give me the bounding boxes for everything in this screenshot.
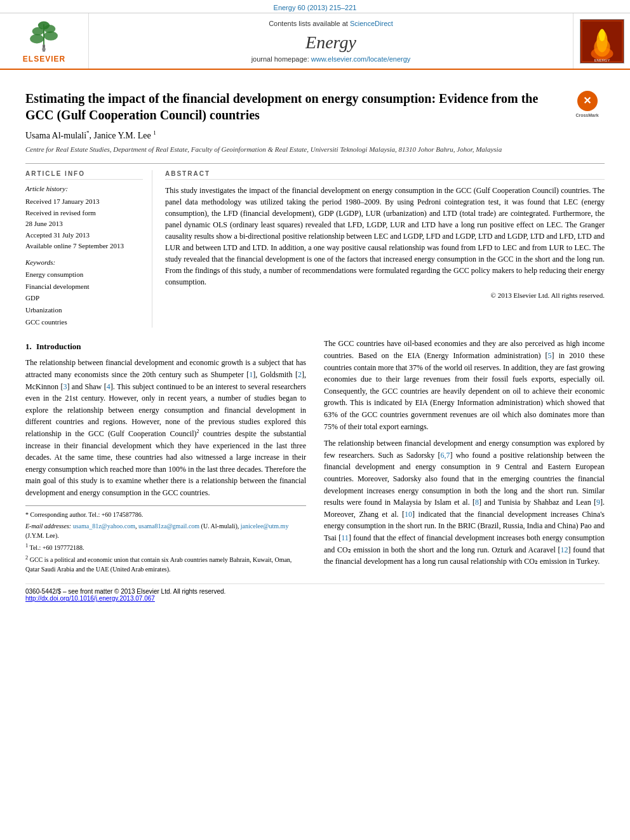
- article-info-label: ARTICLE INFO: [25, 170, 143, 180]
- footnote-4: 2 GCC is a political and economic union …: [25, 554, 306, 574]
- svg-point-7: [43, 48, 46, 51]
- section-divider: [25, 163, 605, 164]
- journal-homepage: journal homepage: www.elsevier.com/locat…: [251, 55, 411, 63]
- doi-link[interactable]: http://dx.doi.org/10.1016/j.energy.2013.…: [25, 595, 155, 602]
- keyword-1: Energy consumption: [25, 269, 143, 281]
- crossmark-icon: ✕: [583, 95, 591, 108]
- article-history-label: Article history:: [25, 185, 143, 192]
- footnote-section: * Corresponding author. Tel.: +60 174587…: [25, 505, 306, 575]
- body-column-right: The GCC countries have oil-based economi…: [321, 338, 605, 576]
- journal-top-bar: Energy 60 (2013) 215–221: [0, 0, 630, 13]
- intro-heading: 1. Introduction: [25, 342, 306, 352]
- elsevier-logo-section: ELSEVIER: [0, 13, 89, 69]
- ref-4[interactable]: 4: [107, 382, 111, 391]
- abstract-label: ABSTRACT: [165, 170, 605, 180]
- ref-6[interactable]: 6,7: [440, 451, 450, 460]
- ref-11[interactable]: 11: [341, 533, 349, 542]
- keyword-2: Financial development: [25, 281, 143, 293]
- svg-text:ENERGY: ENERGY: [594, 58, 610, 62]
- keywords-label: Keywords:: [25, 258, 143, 266]
- sciencedirect-link[interactable]: ScienceDirect: [350, 20, 393, 27]
- svg-point-2: [30, 34, 44, 44]
- intro-para-3: The relationship between financial devel…: [324, 437, 605, 568]
- keyword-4: Urbanization: [25, 304, 143, 316]
- ref-2[interactable]: 2: [298, 370, 302, 379]
- crossmark-badge: ✕ CrossMark: [570, 90, 605, 119]
- journal-name: Energy: [305, 32, 356, 53]
- ref-5[interactable]: 5: [548, 351, 552, 360]
- journal-masthead: ELSEVIER Contents lists available at Sci…: [0, 13, 630, 70]
- abstract-column: ABSTRACT This study investigates the imp…: [165, 170, 605, 328]
- crossmark-circle: ✕: [577, 91, 598, 111]
- journal-cover: ENERGY: [580, 19, 624, 63]
- keyword-3: GDP: [25, 292, 143, 304]
- body-column-left: 1. Introduction The relationship between…: [25, 338, 309, 576]
- article-info-column: ARTICLE INFO Article history: Received 1…: [25, 170, 152, 328]
- svg-point-6: [38, 22, 50, 30]
- ref-1[interactable]: 1: [249, 370, 253, 379]
- intro-para-2: The GCC countries have oil-based economi…: [324, 338, 605, 432]
- article-title: Estimating the impact of the financial d…: [25, 90, 605, 123]
- svg-point-13: [599, 29, 605, 41]
- sciencedirect-line: Contents lists available at ScienceDirec…: [269, 20, 393, 27]
- ref-8[interactable]: 8: [475, 498, 479, 507]
- elsevier-brand: ELSEVIER: [23, 55, 65, 63]
- intro-para-1: The relationship between financial devel…: [25, 357, 306, 498]
- intro-num: 1.: [25, 342, 32, 351]
- ref-12[interactable]: 12: [561, 545, 568, 554]
- journal-homepage-link[interactable]: www.elsevier.com/locate/energy: [311, 55, 411, 63]
- author-sup: 1: [153, 130, 156, 136]
- footer-issn: 0360-5442/$ – see front matter © 2013 El…: [25, 588, 605, 595]
- journal-center-info: Contents lists available at ScienceDirec…: [89, 13, 573, 69]
- keyword-5: GCC countries: [25, 316, 143, 328]
- abstract-copyright: © 2013 Elsevier Ltd. All rights reserved…: [165, 291, 605, 299]
- article-info-abstract: ARTICLE INFO Article history: Received 1…: [25, 170, 605, 328]
- authors-text: Usama Al-mulali*, Janice Y.M. Lee 1: [25, 131, 156, 140]
- elsevier-tree-icon: [25, 18, 63, 53]
- affiliation: Centre for Real Estate Studies, Departme…: [25, 145, 605, 154]
- email-link-2[interactable]: usama81za@gmail.com: [138, 523, 199, 530]
- intro-title: Introduction: [36, 342, 81, 351]
- ref-9[interactable]: 9: [596, 498, 600, 507]
- article-body: 1. Introduction The relationship between…: [25, 338, 605, 576]
- journal-citation: Energy 60 (2013) 215–221: [274, 4, 357, 11]
- email-link-3[interactable]: janicelee@utm.my: [241, 523, 289, 530]
- abstract-text: This study investigates the impact of th…: [165, 185, 605, 288]
- ref-10[interactable]: 10: [405, 510, 412, 519]
- article-content: Estimating the impact of the financial d…: [0, 70, 630, 615]
- email-link-1[interactable]: usama_81z@yahoo.com: [73, 523, 135, 530]
- crossmark-label: CrossMark: [575, 112, 598, 118]
- footnote-1: * Corresponding author. Tel.: +60 174587…: [25, 510, 306, 519]
- journal-cover-image: ENERGY: [573, 13, 630, 69]
- article-footer: 0360-5442/$ – see front matter © 2013 El…: [25, 583, 605, 602]
- history-received: Received 17 January 2013 Received in rev…: [25, 196, 143, 252]
- footnote-2: E-mail addresses: usama_81z@yahoo.com, u…: [25, 521, 306, 540]
- keywords-list: Energy consumption Financial development…: [25, 269, 143, 328]
- article-authors: Usama Al-mulali*, Janice Y.M. Lee 1: [25, 130, 605, 141]
- footnote-3: 1 Tel.: +60 197772188.: [25, 542, 306, 552]
- footer-doi: http://dx.doi.org/10.1016/j.energy.2013.…: [25, 595, 605, 602]
- ref-3[interactable]: 3: [63, 382, 67, 391]
